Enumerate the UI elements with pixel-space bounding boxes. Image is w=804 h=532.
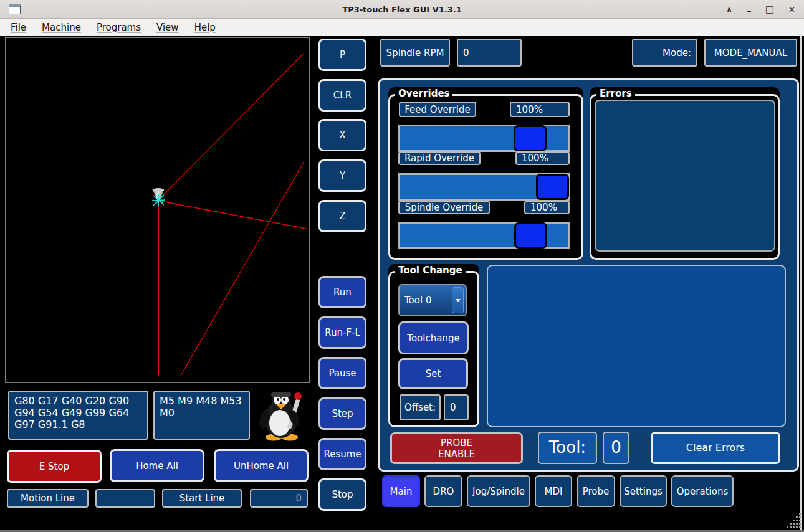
start-line-value[interactable]: 0 — [250, 489, 308, 508]
resume-button[interactable]: Resume — [318, 438, 366, 470]
tab-main[interactable]: Main — [382, 475, 420, 507]
overrides-group-title: Overrides — [395, 88, 452, 99]
active-gcodes-display: G80 G17 G40 G20 G90 G94 G54 G49 G99 G64 … — [8, 391, 148, 440]
clear-errors-button[interactable]: Clear Errors — [651, 432, 780, 464]
toolchange-button[interactable]: Toolchange — [398, 321, 469, 354]
spindle-override-slider-handle[interactable] — [514, 222, 547, 249]
tool-select-dropdown[interactable]: Tool 0 — [398, 284, 467, 316]
z-button[interactable]: Z — [318, 200, 366, 232]
tux-mascot-image — [256, 388, 309, 441]
resize-grip[interactable] — [785, 511, 803, 530]
pause-button[interactable]: Pause — [318, 357, 366, 389]
errors-textview[interactable] — [595, 100, 775, 252]
spindle-rpm-label: Spindle RPM — [380, 39, 450, 67]
home-all-button[interactable]: Home All — [110, 449, 204, 482]
current-tool-value: 0 — [603, 432, 629, 464]
spindle-override-value: 100% — [524, 201, 570, 214]
tab-mdi[interactable]: MDI — [535, 475, 572, 507]
chevron-down-icon — [452, 287, 464, 313]
tool-change-group: Tool Change Tool 0 Toolchange Set Offset… — [388, 264, 479, 427]
x-button[interactable]: X — [318, 119, 366, 151]
step-button[interactable]: Step — [318, 397, 366, 430]
close-window-icon[interactable]: ✕ — [788, 5, 795, 14]
tab-dro[interactable]: DRO — [424, 475, 462, 507]
rapid-override-value: 100% — [515, 151, 570, 165]
overrides-group: Overrides Feed Override 100% Rapid Overr… — [388, 87, 583, 260]
rapid-override-slider[interactable] — [398, 173, 570, 201]
tool-change-group-title: Tool Change — [395, 265, 466, 276]
motion-line-value — [95, 489, 155, 508]
toolpath-preview[interactable] — [5, 37, 310, 383]
menubar: File Machine Programs View Help — [0, 19, 804, 36]
tab-settings[interactable]: Settings — [620, 475, 667, 507]
start-line-label: Start Line — [162, 489, 242, 508]
window-right-edge — [800, 36, 802, 530]
menu-programs[interactable]: Programs — [97, 22, 141, 33]
spindle-override-label: Spindle Override — [398, 201, 490, 214]
spindle-rpm-value: 0 — [457, 39, 522, 67]
p-button[interactable]: P — [318, 39, 366, 71]
run-from-line-button[interactable]: Run-F-L — [318, 316, 366, 349]
stop-button[interactable]: Stop — [318, 478, 366, 511]
feed-override-slider-handle[interactable] — [514, 125, 547, 151]
shade-window-icon[interactable]: ∧ — [726, 5, 733, 14]
mode-label: Mode: — [632, 39, 697, 67]
active-mcodes-display: M5 M9 M48 M53 M0 — [153, 391, 250, 440]
clr-button[interactable]: CLR — [318, 79, 366, 112]
menu-file[interactable]: File — [11, 22, 26, 33]
spindle-override-slider[interactable] — [398, 222, 570, 249]
mode-value: MODE_MANUAL — [704, 39, 797, 67]
minimize-window-icon[interactable]: _ — [747, 2, 751, 12]
probe-enable-button[interactable]: PROBE ENABLE — [390, 432, 523, 464]
rapid-override-label: Rapid Override — [398, 151, 481, 165]
tab-jog-spindle[interactable]: Jog/Spindle — [467, 475, 530, 507]
errors-group-title: Errors — [596, 88, 635, 99]
titlebar: TP3-touch Flex GUI V1.3.1 ∧ _ □ ✕ — [0, 0, 804, 19]
main-tab-panel: Overrides Feed Override 100% Rapid Overr… — [378, 78, 799, 472]
current-tool-label: Tool: — [538, 432, 597, 464]
offset-value-field[interactable]: 0 — [444, 394, 469, 420]
tab-probe[interactable]: Probe — [577, 475, 615, 507]
toolpath-lines — [6, 38, 309, 382]
feed-override-slider[interactable] — [398, 125, 570, 152]
tool-select-value: Tool 0 — [404, 295, 431, 306]
window-title: TP3-touch Flex GUI V1.3.1 — [0, 0, 804, 19]
feed-override-label: Feed Override — [399, 102, 476, 117]
tab-operations[interactable]: Operations — [671, 475, 734, 507]
motion-line-label: Motion Line — [7, 489, 89, 508]
offset-label: Offset: — [400, 394, 441, 420]
rapid-override-slider-handle[interactable] — [536, 174, 569, 200]
menu-machine[interactable]: Machine — [42, 22, 81, 33]
errors-group: Errors — [590, 87, 780, 260]
maximize-window-icon[interactable]: □ — [765, 4, 774, 15]
message-textview[interactable] — [487, 265, 786, 427]
estop-button[interactable]: E Stop — [7, 450, 102, 483]
menu-help[interactable]: Help — [194, 22, 216, 33]
unhome-all-button[interactable]: UnHome All — [214, 449, 309, 482]
run-button[interactable]: Run — [318, 276, 366, 308]
tabbar-divider — [379, 473, 802, 473]
menu-view[interactable]: View — [156, 22, 179, 33]
set-tool-button[interactable]: Set — [398, 358, 468, 389]
feed-override-value: 100% — [510, 102, 570, 117]
y-button[interactable]: Y — [318, 159, 366, 192]
